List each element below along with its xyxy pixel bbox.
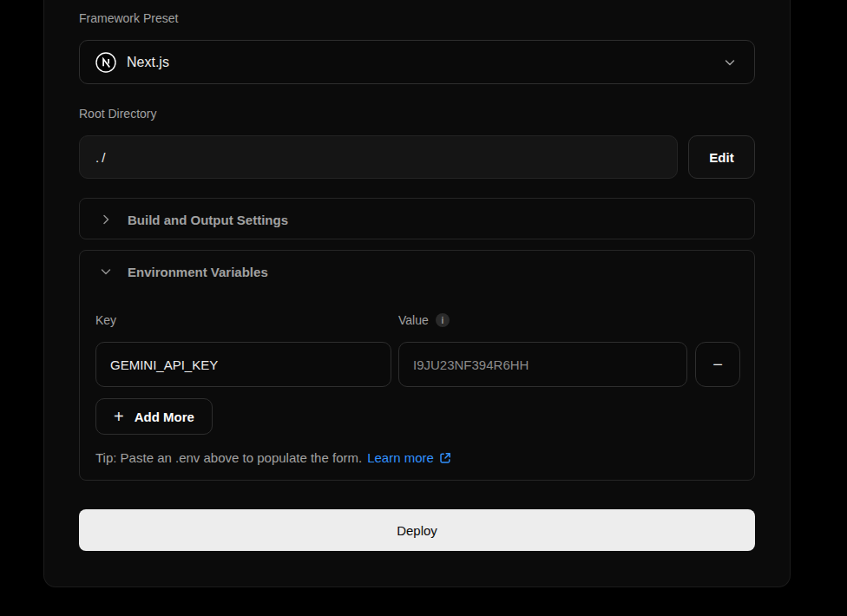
plus-icon: + bbox=[114, 408, 124, 425]
root-directory-input[interactable] bbox=[79, 135, 678, 179]
add-more-button[interactable]: + Add More bbox=[95, 398, 213, 435]
env-tip-text: Tip: Paste an .env above to populate the… bbox=[95, 450, 362, 465]
root-directory-label: Root Directory bbox=[79, 107, 755, 121]
nextjs-logo-icon bbox=[95, 52, 116, 73]
env-key-input[interactable] bbox=[95, 342, 391, 387]
edit-button[interactable]: Edit bbox=[688, 135, 755, 179]
chevron-down-icon bbox=[723, 56, 737, 69]
framework-preset-value: Next.js bbox=[127, 55, 723, 70]
environment-variables-title: Environment Variables bbox=[128, 265, 268, 279]
learn-more-label: Learn more bbox=[367, 450, 434, 465]
learn-more-link[interactable]: Learn more bbox=[367, 450, 452, 465]
env-value-input[interactable] bbox=[398, 342, 687, 387]
framework-preset-label: Framework Preset bbox=[79, 11, 755, 25]
chevron-down-icon bbox=[99, 265, 113, 279]
chevron-right-icon bbox=[99, 213, 113, 226]
build-output-settings-toggle[interactable]: Build and Output Settings bbox=[80, 199, 754, 240]
external-link-icon bbox=[438, 451, 452, 465]
env-variable-row: − bbox=[95, 342, 740, 387]
environment-variables-section: Environment Variables Key Value i − + bbox=[79, 250, 755, 481]
deploy-button[interactable]: Deploy bbox=[79, 509, 755, 551]
deploy-config-panel: Framework Preset Next.js Root Directory … bbox=[43, 0, 791, 587]
env-key-column-label: Key bbox=[95, 313, 398, 327]
build-output-settings-section: Build and Output Settings bbox=[79, 198, 755, 239]
root-directory-row: Edit bbox=[79, 135, 755, 179]
add-more-label: Add More bbox=[135, 410, 194, 424]
build-output-settings-title: Build and Output Settings bbox=[128, 213, 288, 227]
remove-row-button[interactable]: − bbox=[695, 342, 740, 387]
environment-variables-toggle[interactable]: Environment Variables bbox=[80, 251, 754, 292]
minus-icon: − bbox=[712, 355, 723, 375]
env-value-column-label: Value bbox=[398, 313, 429, 327]
framework-preset-select[interactable]: Next.js bbox=[79, 40, 755, 84]
info-icon[interactable]: i bbox=[436, 313, 450, 327]
